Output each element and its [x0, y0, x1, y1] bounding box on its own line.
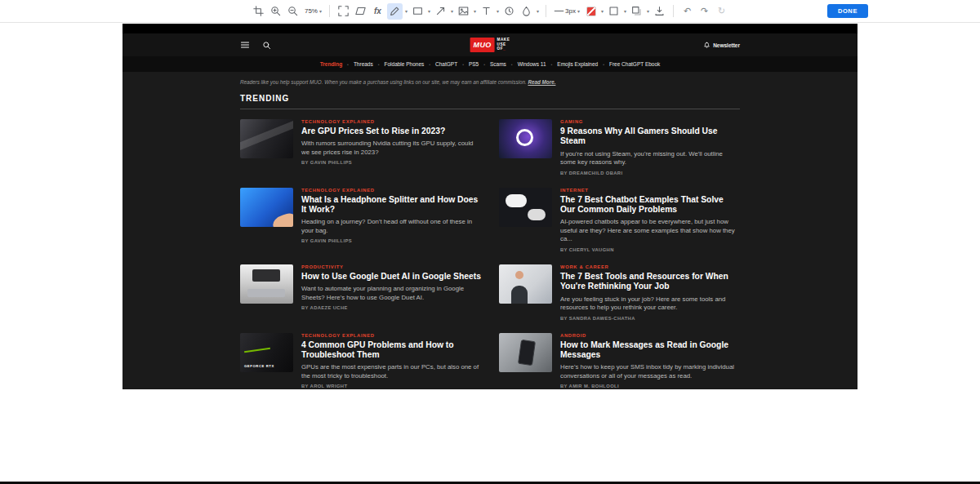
article-title[interactable]: The 7 Best Chatbot Examples That Solve O…	[560, 195, 740, 215]
disclaimer-text: Readers like you help support MUO. When …	[240, 79, 527, 85]
article-card[interactable]: TECHNOLOGY EXPLAINED Are GPU Prices Set …	[240, 119, 481, 175]
article-card[interactable]: ANDROID How to Mark Messages as Read in …	[499, 333, 740, 389]
article-title[interactable]: 4 Common GPU Problems and How to Trouble…	[301, 340, 481, 361]
save-button[interactable]	[652, 3, 667, 20]
reset-button[interactable]: ↻	[714, 3, 729, 20]
article-category[interactable]: TECHNOLOGY EXPLAINED	[301, 188, 481, 193]
article-category[interactable]: WORK & CAREER	[560, 264, 740, 269]
search-button[interactable]	[262, 41, 271, 50]
stroke-width-dropdown[interactable]: 3px ▾	[552, 3, 581, 20]
article-category[interactable]: TECHNOLOGY EXPLAINED	[301, 333, 481, 338]
read-more-link[interactable]: Read More.	[528, 79, 555, 85]
article-category[interactable]: ANDROID	[560, 333, 740, 338]
article-title[interactable]: The 7 Best Tools and Resources for When …	[560, 272, 740, 292]
fill-style-button[interactable]	[606, 3, 621, 20]
article-byline[interactable]: BY GAVIN PHILLIPS	[301, 238, 481, 243]
article-category[interactable]: TECHNOLOGY EXPLAINED	[301, 119, 481, 124]
image-tool-button[interactable]	[456, 3, 471, 20]
article-thumbnail[interactable]	[240, 119, 293, 158]
article-title[interactable]: How to Use Google Duet AI in Google Shee…	[301, 272, 481, 282]
blur-tool-button[interactable]	[519, 3, 534, 20]
article-title[interactable]: How to Mark Messages as Read in Google M…	[560, 340, 740, 361]
hamburger-icon	[240, 40, 250, 50]
article-thumbnail[interactable]	[499, 119, 552, 158]
zoom-level-dropdown[interactable]: 75% ▾	[302, 3, 323, 20]
fit-screen-button[interactable]	[336, 3, 351, 20]
article-category[interactable]: GAMING	[560, 119, 740, 124]
article-category[interactable]: INTERNET	[560, 188, 740, 193]
nav-item-emojis-explained[interactable]: Emojis Explained	[551, 61, 599, 67]
annotation-toolbar: 75% ▾ fx ▾ ▾ ▾ ▾ ▾	[0, 0, 980, 23]
redo-button[interactable]: ↷	[697, 3, 712, 20]
muo-logo-box: MUO	[470, 38, 495, 52]
article-thumbnail[interactable]	[499, 188, 552, 227]
article-excerpt: Heading on a journey? Don't head off wit…	[301, 218, 481, 235]
menu-button[interactable]	[240, 40, 250, 50]
article-card[interactable]: INTERNET The 7 Best Chatbot Examples Tha…	[499, 188, 740, 252]
stroke-width-value: 3px	[565, 7, 576, 15]
nav-item-foldable-phones[interactable]: Foldable Phones	[378, 61, 425, 67]
article-title[interactable]: 9 Reasons Why All Gamers Should Use Stea…	[560, 127, 740, 147]
clock-tool-button[interactable]	[501, 3, 517, 20]
newsletter-link[interactable]: Newsletter	[703, 42, 740, 49]
text-tool-chevron[interactable]: ▾	[496, 8, 500, 14]
article-thumbnail[interactable]	[240, 188, 293, 227]
undo-button[interactable]: ↶	[679, 3, 695, 20]
color-swatch-chevron[interactable]: ▾	[600, 8, 604, 14]
article-thumbnail[interactable]	[499, 333, 552, 372]
nav-item-ps5[interactable]: PS5	[462, 61, 479, 67]
article-card[interactable]: PRODUCTIVITY How to Use Google Duet AI i…	[240, 264, 481, 321]
arrow-tool-button[interactable]	[433, 3, 448, 20]
crop-button[interactable]	[251, 3, 266, 20]
article-card[interactable]: WORK & CAREER The 7 Best Tools and Resou…	[499, 264, 740, 321]
article-category[interactable]: PRODUCTIVITY	[301, 264, 481, 269]
arrow-tool-chevron[interactable]: ▾	[450, 8, 454, 14]
shape-tool-chevron[interactable]: ▾	[427, 8, 431, 14]
color-swatch-button[interactable]	[583, 3, 599, 20]
nav-item-scams[interactable]: Scams	[483, 61, 506, 67]
article-thumbnail[interactable]	[240, 264, 293, 304]
blur-tool-chevron[interactable]: ▾	[536, 8, 540, 14]
article-byline[interactable]: BY AMIR M. BOHLOOLI	[560, 384, 740, 389]
article-card[interactable]: TECHNOLOGY EXPLAINED What Is a Headphone…	[240, 188, 481, 252]
article-thumbnail[interactable]: GEFORCE RTX	[240, 333, 293, 372]
shadow-style-icon	[631, 6, 642, 16]
pen-tool-chevron[interactable]: ▾	[404, 8, 408, 14]
article-byline[interactable]: BY AROL WRIGHT	[301, 384, 481, 389]
article-byline[interactable]: BY SANDRA DAWES-CHATHA	[560, 316, 740, 321]
done-button[interactable]: DONE	[827, 4, 868, 18]
article-byline[interactable]: BY CHERYL VAUGHN	[560, 247, 740, 252]
article-thumbnail[interactable]	[499, 264, 552, 304]
fx-button[interactable]: fx	[370, 3, 385, 20]
shadow-style-button[interactable]	[629, 3, 644, 20]
article-byline[interactable]: BY GAVIN PHILLIPS	[301, 160, 481, 165]
color-swatch-icon	[586, 7, 596, 16]
image-tool-chevron[interactable]: ▾	[473, 8, 477, 14]
article-excerpt: Want to automate your planning and organ…	[301, 285, 481, 302]
nav-item-threads[interactable]: Threads	[347, 61, 373, 67]
nav-item-label: Free ChatGPT Ebook	[609, 61, 660, 67]
text-tool-button[interactable]	[479, 3, 494, 20]
article-title[interactable]: Are GPU Prices Set to Rise in 2023?	[301, 127, 481, 136]
article-title[interactable]: What Is a Headphone Splitter and How Doe…	[301, 195, 481, 215]
pen-tool-button[interactable]	[387, 3, 403, 20]
nav-item-windows-11[interactable]: Windows 11	[511, 61, 546, 67]
nav-item-chatgpt[interactable]: ChatGPT	[429, 61, 457, 67]
article-card[interactable]: GEFORCE RTX TECHNOLOGY EXPLAINED 4 Commo…	[240, 333, 481, 389]
fill-style-chevron[interactable]: ▾	[623, 8, 627, 14]
shape-tool-button[interactable]	[410, 3, 425, 20]
article-card[interactable]: GAMING 9 Reasons Why All Gamers Should U…	[499, 119, 740, 175]
zoom-out-button[interactable]	[285, 3, 301, 20]
article-grid: TECHNOLOGY EXPLAINED Are GPU Prices Set …	[240, 119, 740, 389]
nav-item-trending[interactable]: Trending	[320, 61, 342, 67]
section-title: TRENDING	[240, 94, 740, 109]
article-byline[interactable]: BY ADAEZE UCHE	[301, 305, 481, 310]
muo-logo[interactable]: MUO MAKE USE OF_	[470, 38, 510, 52]
transform-button[interactable]	[353, 3, 368, 20]
zoom-in-button[interactable]	[268, 3, 283, 20]
shadow-style-chevron[interactable]: ▾	[646, 8, 650, 14]
search-icon	[262, 41, 271, 50]
article-byline[interactable]: BY DREAMCHILD OBARI	[560, 171, 740, 175]
muo-logo-wordmark: MAKE USE OF_	[497, 38, 510, 51]
nav-item-free-chatgpt-ebook[interactable]: Free ChatGPT Ebook	[603, 61, 660, 67]
